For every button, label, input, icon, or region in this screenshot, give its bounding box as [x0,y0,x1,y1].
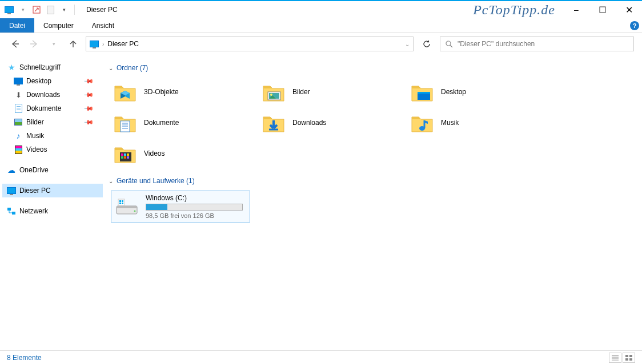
group-label: Ordner (7) [117,64,148,72]
qat-blank-icon[interactable] [45,4,56,15]
tree-thispc[interactable]: Dieser PC [2,184,103,197]
svg-rect-15 [127,153,129,156]
download-icon: ⬇ [14,90,23,99]
svg-rect-30 [629,358,632,361]
svg-rect-28 [629,355,632,357]
tree-downloads[interactable]: ⬇ Downloads 📌 [2,88,103,102]
pin-icon: 📌 [83,103,94,114]
sidebar-item-label: Bilder [26,118,44,126]
qat-properties-icon[interactable] [31,4,42,15]
separator [74,5,75,15]
search-box[interactable] [440,37,634,51]
drive-icon [114,195,140,219]
sidebar-item-label: Dieser PC [19,187,51,195]
desktop-icon [14,76,23,86]
tree-network[interactable]: Netzwerk [2,204,103,218]
statusbar: 8 Elemente [0,350,642,364]
watermark: PcTopTipp.de [473,2,555,18]
address-bar[interactable]: › Dieser PC ⌄ [86,37,414,51]
svg-rect-24 [122,200,123,202]
tree-quickaccess[interactable]: ★ Schnellzugriff [2,60,103,74]
sidebar-item-label: OneDrive [19,166,49,174]
svg-rect-4 [12,212,15,215]
back-button[interactable] [8,37,22,51]
folder-pictures[interactable]: Bilder [259,78,408,106]
svg-rect-16 [121,156,123,159]
navbar: ▾ › Dieser PC ⌄ [0,33,642,55]
sidebar: ★ Schnellzugriff Desktop 📌 ⬇ Downloads 📌… [0,55,105,350]
svg-rect-1 [600,7,605,13]
svg-point-11 [419,126,425,131]
chevron-down-icon: ⌄ [109,65,113,71]
forward-button[interactable] [27,37,41,51]
folder-label: Bilder [292,88,310,96]
pin-icon: 📌 [83,116,94,127]
document-icon [14,104,23,113]
chevron-down-icon[interactable]: ⌄ [405,41,410,47]
sidebar-item-label: Videos [26,145,47,153]
svg-rect-22 [118,199,125,205]
qat-dropdown-icon[interactable]: ▾ [17,4,29,15]
svg-rect-9 [418,92,430,94]
refresh-button[interactable] [419,37,434,51]
tree-documents[interactable]: Dokumente 📌 [2,102,103,115]
up-button[interactable] [66,37,80,51]
folder-label: Downloads [292,119,326,127]
group-drives[interactable]: ⌄ Geräte und Laufwerke (1) [109,177,640,185]
svg-rect-20 [117,206,137,208]
music-icon: ♪ [14,131,23,140]
folder-icon [112,111,138,135]
pin-icon: 📌 [83,75,94,86]
folder-documents[interactable]: Dokumente [111,108,259,137]
folder-music[interactable]: Musik [408,108,556,137]
drive-c[interactable]: Windows (C:) 98,5 GB frei von 126 GB [111,191,250,223]
tree-videos[interactable]: Videos [2,143,103,156]
tab-computer[interactable]: Computer [34,18,83,33]
titlebar: ▾ ▾ Dieser PC PcTopTipp.de – ✕ [0,1,642,18]
folder-videos[interactable]: Videos [111,139,259,168]
folder-icon [260,111,287,135]
folder-icon [112,80,138,104]
tree-pictures[interactable]: Bilder 📌 [2,115,103,129]
view-details-button[interactable] [609,353,621,363]
group-folders[interactable]: ⌄ Ordner (7) [109,64,640,72]
recent-dropdown[interactable]: ▾ [47,37,61,51]
search-input[interactable] [458,40,629,48]
folder-label: Dokumente [144,119,179,127]
folder-downloads[interactable]: Downloads [259,108,408,137]
folder-label: 3D-Objekte [144,88,179,96]
pin-icon: 📌 [83,89,94,100]
tree-onedrive[interactable]: ☁ OneDrive [2,163,103,177]
sidebar-item-label: Desktop [26,77,51,85]
svg-rect-26 [122,203,123,204]
video-icon [14,145,23,154]
help-button[interactable]: ? [627,18,642,33]
view-tiles-button[interactable] [623,353,635,363]
sidebar-item-label: Dokumente [26,104,61,112]
maximize-button[interactable] [589,1,616,18]
svg-point-7 [270,94,272,96]
group-label: Geräte und Laufwerke (1) [117,177,195,185]
breadcrumb[interactable]: Dieser PC [107,40,139,48]
close-button[interactable]: ✕ [616,1,642,18]
folder-icon [112,141,138,165]
folder-label: Desktop [441,88,466,96]
drive-usage-bar [146,204,243,211]
tab-view[interactable]: Ansicht [83,18,123,33]
folder-desktop[interactable]: Desktop [408,78,556,106]
svg-rect-17 [124,156,126,159]
qat-chevron-icon[interactable]: ▾ [58,4,70,15]
tab-file[interactable]: Datei [0,18,34,33]
picture-icon [14,118,23,127]
minimize-button[interactable]: – [563,1,589,18]
tree-music[interactable]: ♪ Musik [2,129,103,143]
svg-rect-18 [127,156,129,159]
folder-label: Videos [144,149,164,157]
item-count: 8 Elemente [7,354,42,362]
tree-desktop[interactable]: Desktop 📌 [2,74,103,88]
search-icon [445,40,453,48]
folder-3d[interactable]: 3D-Objekte [111,78,259,106]
ribbon: Datei Computer Ansicht ? [0,18,642,33]
svg-rect-13 [121,153,123,156]
sidebar-item-label: Downloads [26,91,60,99]
